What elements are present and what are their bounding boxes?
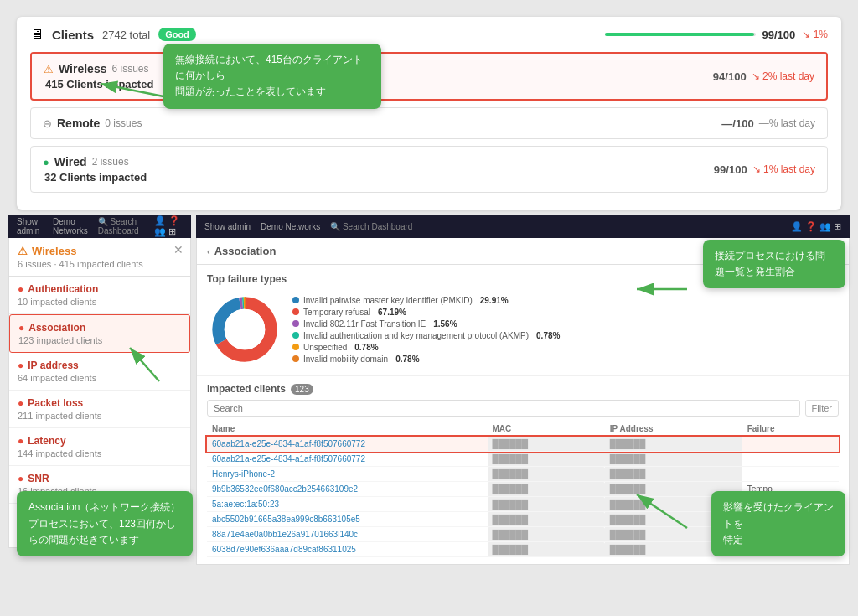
assoc-name: Association (28, 322, 85, 334)
wired-row[interactable]: ● Wired 2 issues 32 Clients impacted 99/… (30, 146, 828, 193)
nav-icons-left: 👤 ❓ 👥 ⊞ (154, 215, 183, 237)
pmkid-pct: 29.91% (480, 296, 509, 305)
akmp-label: Invalid authentication and key managemen… (303, 331, 529, 340)
col-failure: Failure (742, 422, 839, 437)
client-ip: ██████ (605, 467, 742, 482)
show-admin-right[interactable]: Show admin (204, 222, 251, 231)
client-mac: ██████ (488, 497, 605, 512)
svg-point-6 (225, 309, 266, 350)
latency-name: Latency (28, 435, 65, 447)
pkt-clients: 211 impacted clients (18, 411, 182, 421)
ip-clients: 64 impacted clients (18, 373, 182, 383)
auth-name: Authentication (28, 283, 98, 295)
status-badge: Good (158, 28, 196, 41)
pkt-name: Packet loss (28, 397, 83, 409)
remote-row[interactable]: ⊖ Remote 0 issues —/100 —% last day (30, 107, 828, 139)
client-name: 6038d7e90ef636aaa7d89caf86311025 (207, 542, 488, 557)
close-button[interactable]: ✕ (173, 243, 183, 256)
client-name: 88a71e4ae0a0bb1e26a91701663l140c (207, 527, 488, 542)
packetloss-item[interactable]: ● Packet loss 211 impacted clients (9, 391, 190, 428)
issue-list: ● Authentication 10 impacted clients ● A… (9, 277, 190, 504)
client-mac: ██████ (488, 437, 605, 452)
donut-chart (207, 292, 282, 367)
akmp-dot (292, 332, 299, 339)
left-nav-bar: Show admin Demo Networks 🔍 Search Dashbo… (8, 215, 191, 238)
wireless-impacted: 415 Clients impacted (44, 78, 153, 91)
annotation-tooltip-1: 無線接続において、415台のクライアントに何かしら 問題があったことを表していま… (163, 44, 381, 109)
ip-name: IP address (28, 360, 78, 371)
score-progress (605, 33, 754, 36)
error-icon-ip: ● (18, 360, 23, 371)
wired-name: Wired (54, 155, 87, 168)
col-name: Name (207, 422, 488, 437)
wireless-panel-title: Wireless (32, 245, 76, 257)
client-failure (742, 437, 839, 452)
authentication-item[interactable]: ● Authentication 10 impacted clients (9, 277, 190, 314)
client-ip: ██████ (605, 437, 742, 452)
unspec-pct: 0.78% (354, 343, 378, 352)
remote-score: —/100 (721, 117, 753, 130)
clients-panel: 🖥 Clients 2742 total Good 99/100 ↘ 1% ⚠ … (17, 17, 841, 210)
fast-trans-dot (292, 320, 299, 327)
back-chevron-icon[interactable]: ‹ (207, 246, 210, 256)
minus-icon: ⊖ (43, 117, 52, 130)
client-search-input[interactable] (207, 400, 800, 417)
mobility-dot (292, 355, 299, 362)
demo-networks-label[interactable]: Demo Networks (53, 217, 88, 236)
fast-trans-label: Invalid 802.11r Fast Transition IE (303, 319, 426, 329)
assoc-clients: 123 impacted clients (18, 335, 181, 345)
impacted-clients-count: 123 (291, 384, 313, 395)
right-nav-bar: Show admin Demo Networks 🔍 Search Dashbo… (196, 215, 850, 238)
pmkid-legend-dot (292, 297, 299, 303)
annotation-text-4: Association（ネットワーク接続）プロセスにおいて、123回何かしらの問… (28, 501, 180, 545)
failure-legend: Invalid pairwise master key identifier (… (292, 296, 560, 364)
wireless-panel-header: ⚠ Wireless 6 issues · 415 impacted clien… (9, 238, 190, 277)
association-item[interactable]: ● Association 123 impacted clients (9, 314, 190, 353)
latency-clients: 144 impacted clients (18, 448, 182, 458)
wireless-name: Wireless (59, 62, 106, 75)
demo-networks-right[interactable]: Demo Networks (261, 222, 320, 231)
error-icon-assoc: ● (18, 322, 24, 334)
temp-refusal-pct: 67.19% (378, 308, 406, 317)
filter-button[interactable]: Filter (805, 400, 839, 417)
search-label: 🔍 Search Dashboard (98, 217, 144, 236)
nav-icons-right: 👤 ❓ 👥 ⊞ (791, 221, 841, 232)
annotation-tooltip-4: Association（ネットワーク接続）プロセスにおいて、123回何かしらの問… (17, 491, 193, 556)
wireless-row[interactable]: ⚠ Wireless 6 issues 415 Clients impacted… (30, 52, 828, 101)
clients-score-change: ↘ 1% (802, 28, 828, 40)
clients-score: 99/100 (762, 28, 796, 41)
client-name: 60aab21a-e25e-4834-a1af-f8f507660772 (207, 437, 488, 452)
unspec-label: Unspecified (303, 343, 347, 352)
wired-impacted: 32 Clients impacted (43, 171, 147, 184)
client-name: Henrys-iPhone-2 (207, 467, 488, 482)
table-row[interactable]: 60aab21a-e25e-4834-a1af-f8f507660772 ███… (207, 437, 839, 452)
annotation-tooltip-2: 接続プロセスにおける問 題一覧と発生割合 (703, 240, 845, 288)
error-icon-snr: ● (18, 473, 23, 484)
client-name: abc5502b91665a38ea999c8b663105e5 (207, 512, 488, 527)
table-row[interactable]: 60aab21a-e25e-4834-a1af-f8f507660772 ███… (207, 452, 839, 467)
wireless-issues: 6 issues (111, 63, 148, 75)
impacted-clients-title: Impacted clients (207, 383, 286, 395)
ipaddress-item[interactable]: ● IP address 64 impacted clients (9, 353, 190, 391)
client-mac: ██████ (488, 527, 605, 542)
col-mac: MAC (488, 422, 605, 437)
annotation-text-2: 接続プロセスにおける問 題一覧と発生割合 (715, 250, 825, 277)
monitor-icon: 🖥 (30, 27, 44, 42)
wireless-panel-subtitle: 6 issues · 415 impacted clients (18, 259, 182, 269)
client-failure (742, 452, 839, 467)
mobility-pct: 0.78% (395, 355, 419, 364)
wired-score: 99/100 (714, 163, 747, 176)
client-mac: ██████ (488, 452, 605, 467)
mobility-label: Invalid mobility domain (303, 355, 388, 364)
clients-total: 2742 total (102, 28, 150, 41)
warning-icon-panel: ⚠ (18, 245, 28, 257)
remote-change: —% last day (759, 117, 815, 129)
table-row[interactable]: Henrys-iPhone-2 ██████ ██████ (207, 467, 839, 482)
pmkid-label: Invalid pairwise master key identifier (… (303, 296, 473, 305)
client-mac: ██████ (488, 512, 605, 527)
client-mac: ██████ (488, 482, 605, 497)
client-name: 60aab21a-e25e-4834-a1af-f8f507660772 (207, 452, 488, 467)
show-admin-label[interactable]: Show admin (17, 217, 43, 236)
latency-item[interactable]: ● Latency 144 impacted clients (9, 428, 190, 466)
error-icon-lat: ● (18, 435, 23, 447)
